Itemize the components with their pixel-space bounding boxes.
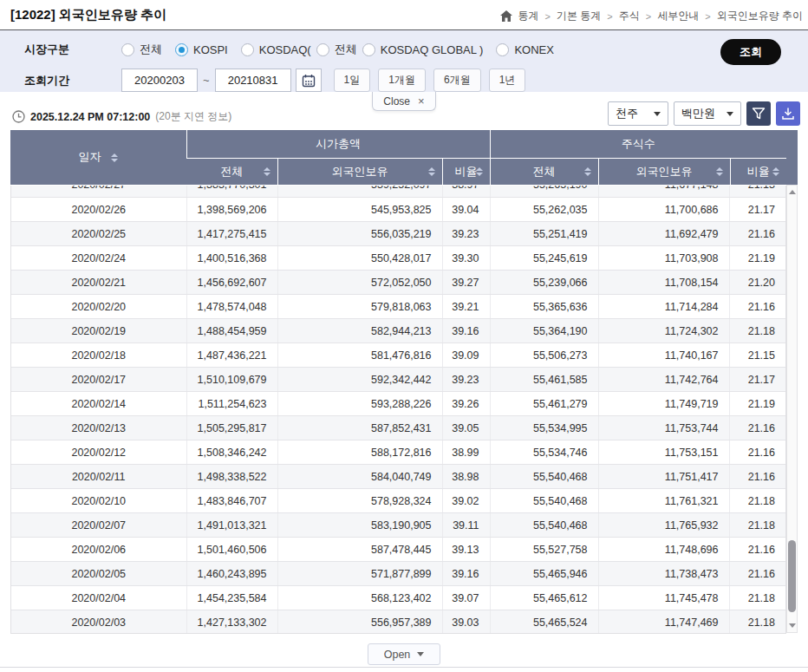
clock-icon	[12, 110, 25, 123]
cell-shares-foreign: 11,738,473	[598, 562, 729, 586]
table-row: 2020/02/10 1,483,846,707 578,928,324 39.…	[11, 489, 785, 513]
cell-mcap-ratio: 39.05	[442, 416, 490, 440]
column-header-mcap-foreign[interactable]: 외국인보유	[277, 158, 442, 185]
sort-icon[interactable]	[111, 153, 118, 162]
cell-mcap-foreign: 584,040,749	[277, 465, 442, 489]
breadcrumb-item[interactable]: 주식	[619, 9, 640, 23]
column-header-shares-total[interactable]: 전체	[490, 158, 598, 185]
topbar: [12022] 외국인보유량 추이 통계 > 기본 통계 > 주식 > 세부안내…	[0, 0, 808, 29]
period-1year-button[interactable]: 1년	[489, 69, 526, 92]
cell-mcap-ratio: 39.11	[442, 513, 490, 538]
cell-shares-ratio: 21.20	[729, 271, 785, 295]
cell-shares-ratio: 21.15	[729, 343, 785, 368]
radio-market-kosdaq-global[interactable]: KOSDAQ GLOBAL )	[362, 43, 484, 56]
radio-market-konex[interactable]: KONEX	[496, 43, 554, 56]
table-body-viewport: 2020/02/27 1,383,770,301 539,252,097 38.…	[10, 186, 786, 634]
breadcrumb: 통계 > 기본 통계 > 주식 > 세부안내 > 외국인보유량 추이	[500, 9, 803, 23]
date-from-input[interactable]	[121, 69, 198, 92]
cell-shares-foreign: 11,753,151	[598, 440, 729, 465]
sort-icon[interactable]	[772, 167, 779, 176]
radio-market-kosdaq[interactable]: KOSDAQ(	[241, 43, 311, 56]
column-group-shares: 주식수	[490, 130, 786, 158]
period-button-group: 1일 1개월 6개월 1년	[334, 69, 526, 92]
table-row: 2020/02/11 1,498,338,522 584,040,749 38.…	[11, 465, 785, 489]
cell-mcap-total: 1,383,770,301	[186, 186, 277, 198]
cell-shares-total: 55,461,585	[490, 368, 598, 392]
data-timestamp: 2025.12.24 PM 07:12:00 (20분 지연 정보)	[12, 109, 231, 124]
vertical-scrollbar[interactable]	[786, 185, 798, 633]
cell-mcap-ratio: 39.27	[442, 271, 490, 295]
sort-icon[interactable]	[716, 167, 723, 176]
breadcrumb-separator: >	[705, 11, 710, 22]
column-header-mcap-ratio[interactable]: 비율	[442, 158, 490, 185]
radio-market-all[interactable]: 전체	[121, 42, 162, 57]
cell-mcap-total: 1,491,013,321	[186, 513, 277, 538]
table-controls: 천주 백만원	[608, 101, 800, 126]
collapse-open-button[interactable]: Open	[368, 643, 440, 665]
chevron-down-icon	[417, 652, 424, 656]
breadcrumb-separator: >	[545, 11, 551, 22]
scroll-up-icon[interactable]	[787, 186, 797, 198]
cell-date: 2020/02/03	[11, 610, 186, 634]
cell-date: 2020/02/10	[11, 489, 186, 513]
cell-shares-total: 55,465,524	[490, 610, 598, 634]
download-button[interactable]	[776, 101, 800, 126]
cell-date: 2020/02/27	[11, 186, 186, 198]
table-row: 2020/02/03 1,427,133,302 556,957,389 39.…	[11, 610, 785, 634]
table-row: 2020/02/24 1,400,516,368 550,428,017 39.…	[11, 246, 785, 271]
cell-mcap-foreign: 550,428,017	[277, 246, 442, 271]
cell-mcap-total: 1,498,338,522	[186, 465, 277, 489]
date-to-input[interactable]	[215, 69, 291, 92]
scroll-down-icon[interactable]	[787, 620, 797, 631]
cell-mcap-ratio: 39.26	[442, 392, 490, 416]
share-unit-select[interactable]: 천주	[608, 101, 668, 126]
cell-shares-foreign: 11,724,302	[598, 319, 729, 343]
column-group-market-cap: 시가총액	[186, 130, 490, 158]
filter-button[interactable]	[746, 101, 771, 126]
period-1month-button[interactable]: 1개월	[378, 69, 426, 92]
sort-icon[interactable]	[428, 167, 435, 176]
cell-mcap-total: 1,508,346,242	[186, 440, 277, 465]
cell-mcap-total: 1,454,235,584	[186, 586, 277, 610]
sort-icon[interactable]	[264, 167, 270, 176]
column-header-shares-foreign[interactable]: 외국인보유	[598, 158, 730, 185]
cell-mcap-foreign: 578,928,324	[277, 489, 442, 513]
sort-icon[interactable]	[584, 167, 591, 176]
radio-market-kosdaq-all[interactable]: 전체	[316, 42, 357, 57]
cell-shares-foreign: 11,745,478	[598, 586, 729, 610]
cell-mcap-ratio: 39.04	[442, 198, 490, 222]
column-header-shares-ratio[interactable]: 비율	[730, 158, 786, 185]
cell-shares-total: 55,265,190	[490, 186, 598, 198]
sort-icon[interactable]	[476, 167, 483, 176]
cell-mcap-ratio: 38.98	[442, 465, 490, 489]
cell-mcap-ratio: 39.16	[442, 319, 490, 343]
cell-mcap-ratio: 39.30	[442, 246, 490, 271]
header-filler	[786, 130, 798, 185]
collapse-close-tab[interactable]: Close ×	[372, 92, 436, 111]
column-header-date[interactable]: 일자	[10, 130, 186, 185]
cell-shares-total: 55,365,636	[490, 295, 598, 319]
search-button[interactable]: 조회	[720, 39, 781, 65]
home-icon[interactable]	[500, 10, 512, 22]
cell-mcap-ratio: 39.07	[442, 586, 490, 610]
breadcrumb-item[interactable]: 세부안내	[657, 9, 699, 23]
calendar-icon	[302, 74, 316, 88]
calendar-button[interactable]	[296, 69, 322, 92]
cell-date: 2020/02/07	[11, 513, 186, 538]
breadcrumb-item[interactable]: 통계	[518, 9, 539, 23]
cell-mcap-total: 1,505,295,817	[186, 416, 277, 440]
scrollbar-thumb[interactable]	[788, 540, 796, 612]
cell-mcap-total: 1,456,692,607	[186, 271, 277, 295]
period-6month-button[interactable]: 6개월	[433, 69, 481, 92]
cell-mcap-total: 1,483,846,707	[186, 489, 277, 513]
tilde-separator: ~	[203, 74, 210, 87]
cell-mcap-foreign: 545,953,825	[277, 198, 442, 222]
period-1day-button[interactable]: 1일	[334, 69, 371, 92]
column-header-mcap-total[interactable]: 전체	[186, 158, 277, 185]
cell-shares-foreign: 11,708,154	[598, 271, 729, 295]
cell-shares-ratio: 21.18	[729, 586, 785, 610]
cell-mcap-foreign: 556,957,389	[277, 610, 442, 634]
breadcrumb-item[interactable]: 기본 통계	[557, 9, 601, 23]
radio-market-kospi[interactable]: KOSPI	[175, 43, 228, 56]
amount-unit-select[interactable]: 백만원	[674, 101, 741, 126]
